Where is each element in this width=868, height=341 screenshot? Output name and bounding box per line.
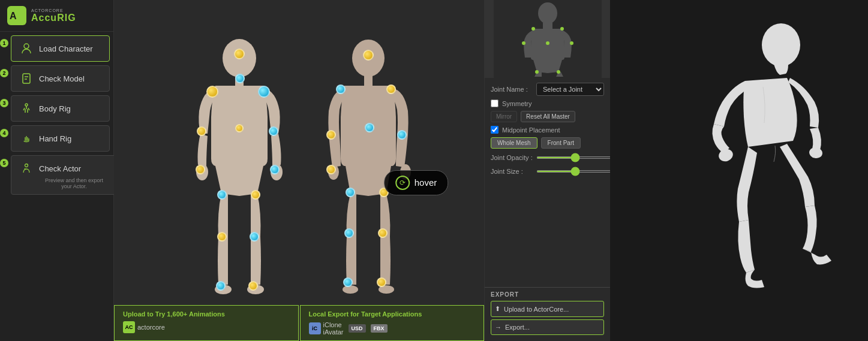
step-1-container: 1 Load Character: [0, 34, 113, 63]
upload-panel-logos: AC actorcore: [123, 321, 290, 333]
step-4-container: 4 Hand Rig: [0, 124, 113, 153]
joint-right-shoulder: [258, 86, 270, 98]
brand-label: actorcore: [31, 8, 76, 13]
step-4-number: 4: [0, 129, 8, 137]
check-model-icon: [20, 72, 33, 85]
svg-point-4: [25, 104, 28, 106]
running-character-svg: [625, 9, 853, 333]
svg-point-25: [546, 41, 549, 45]
joint-back-head: [363, 50, 374, 61]
midpoint-checkbox[interactable]: [491, 126, 498, 134]
joint-left-knee: [217, 232, 227, 242]
step-5-container: 5 Check Actor Preview and then export yo…: [0, 154, 113, 196]
joint-size-slider[interactable]: [536, 170, 614, 173]
right-controls: Joint Name : Select a Joint Symmetry Mir…: [485, 78, 610, 287]
svg-point-19: [538, 2, 557, 24]
joint-back-right-ankle: [377, 277, 386, 287]
check-actor-icon: [20, 162, 33, 175]
joint-left-shoulder: [206, 86, 218, 98]
front-character: [176, 33, 302, 309]
svg-rect-20: [543, 23, 552, 29]
iclone-logo: iC iCloneiAvatar: [309, 321, 344, 336]
joint-spine-mid: [235, 124, 244, 132]
joint-back-left-wrist: [326, 165, 336, 174]
step-2-container: 2 Check Model: [0, 64, 113, 93]
whole-mesh-button[interactable]: Whole Mesh: [491, 137, 537, 149]
app-logo: A actorcore AccuRIG: [0, 0, 113, 32]
joint-back-spine: [365, 123, 374, 132]
reset-all-master-button[interactable]: Reset All Master: [521, 111, 575, 122]
iclone-icon: iC: [309, 322, 321, 334]
hand-rig-button[interactable]: Hand Rig: [11, 125, 110, 152]
mirror-button[interactable]: Mirror: [491, 111, 517, 122]
symmetry-label: Symmetry: [502, 100, 532, 107]
joint-back-right-knee: [378, 228, 388, 238]
symmetry-row: Symmetry: [491, 99, 604, 107]
check-actor-button[interactable]: Check Actor Preview and then export your…: [11, 155, 116, 195]
joint-size-row: Joint Size : ○: [491, 166, 604, 176]
body-rig-label: Body Rig: [39, 104, 71, 113]
export-button[interactable]: → Export...: [491, 319, 604, 335]
joint-hip-right: [251, 190, 260, 200]
main-viewport[interactable]: ⟳ hover: [114, 0, 484, 341]
upload-actorcore-label: Upload to ActorCore...: [504, 306, 569, 313]
export-panel-title: Local Export for Target Applications: [309, 310, 476, 318]
check-model-button[interactable]: Check Model: [11, 65, 110, 92]
svg-point-24: [570, 41, 573, 45]
step-5-number: 5: [0, 159, 8, 167]
sidebar: A actorcore AccuRIG 1 Load Character 2: [0, 0, 114, 341]
characters-area: ⟳ hover: [176, 27, 422, 315]
joint-right-ankle: [248, 281, 258, 291]
upload-actorcore-icon: ⬆: [495, 305, 500, 313]
far-right-panel: [610, 0, 868, 341]
logo-text: actorcore AccuRIG: [31, 8, 76, 23]
joint-right-knee: [250, 232, 259, 242]
midpoint-buttons-row: Whole Mesh Front Part: [491, 137, 604, 149]
step-3-number: 3: [0, 99, 8, 107]
actorcore-label: actorcore: [137, 324, 165, 331]
svg-point-2: [24, 44, 29, 49]
joint-left-ankle: [216, 281, 226, 291]
logo-icon: A: [7, 6, 26, 25]
mirror-row: Mirror Reset All Master: [491, 111, 604, 122]
svg-rect-3: [23, 74, 30, 83]
step-2-number: 2: [0, 69, 8, 77]
svg-point-5: [25, 164, 28, 167]
joint-neck: [235, 74, 245, 83]
hover-tooltip: ⟳ hover: [384, 170, 449, 195]
export-label: Export...: [505, 324, 530, 331]
step-1-number: 1: [0, 39, 8, 47]
joint-name-select[interactable]: Select a Joint: [536, 83, 604, 96]
actorcore-icon: AC: [123, 321, 135, 333]
joint-name-row: Joint Name : Select a Joint: [491, 83, 604, 96]
usd-badge: USD: [349, 324, 366, 333]
upload-panel-title: Upload to Try 1,600+ Animations: [123, 310, 290, 318]
joint-right-wrist: [270, 165, 280, 174]
svg-rect-13: [364, 75, 373, 86]
symmetry-checkbox[interactable]: [491, 99, 498, 107]
joint-back-left-hip: [346, 188, 355, 197]
joint-opacity-label: Joint Opacity :: [491, 154, 533, 161]
joint-back-right-shoulder: [386, 85, 396, 94]
svg-rect-28: [625, 9, 853, 333]
svg-text:A: A: [10, 11, 17, 21]
midpoint-row: Midpoint Placement: [491, 126, 604, 134]
svg-point-29: [762, 23, 800, 67]
body-rig-icon: [20, 102, 33, 115]
load-character-button[interactable]: Load Character: [11, 35, 110, 62]
actorcore-logo: AC actorcore: [123, 321, 165, 333]
joint-back-right-elbow: [397, 130, 407, 140]
joint-opacity-slider[interactable]: [536, 156, 614, 159]
hand-rig-icon: [20, 132, 33, 145]
front-part-button[interactable]: Front Part: [541, 137, 581, 149]
app-name-label: AccuRIG: [31, 13, 76, 23]
hand-rig-label: Hand Rig: [39, 134, 71, 143]
svg-point-21: [531, 27, 535, 31]
load-character-label: Load Character: [39, 44, 93, 53]
joint-back-left-ankle: [343, 277, 353, 287]
body-rig-button[interactable]: Body Rig: [11, 95, 110, 122]
svg-point-23: [522, 41, 525, 45]
check-model-label: Check Model: [39, 74, 85, 83]
step-3-container: 3 Body Rig: [0, 94, 113, 123]
upload-actorcore-button[interactable]: ⬆ Upload to ActorCore...: [491, 301, 604, 317]
